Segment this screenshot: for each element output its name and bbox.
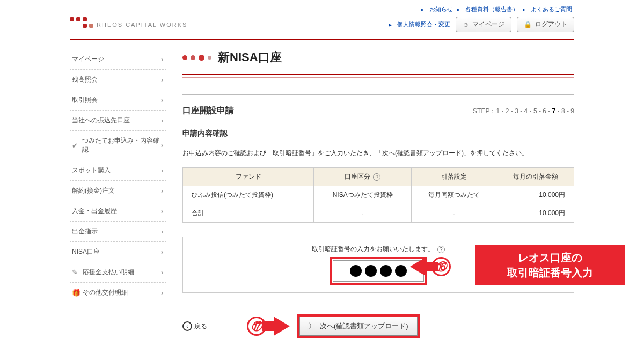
col-account-type: 口座区分 ? — [314, 168, 412, 186]
sidebar-item-nisa[interactable]: NISA口座› — [70, 242, 166, 262]
link-news[interactable]: お知らせ — [429, 5, 453, 13]
link-personal-info[interactable]: 個人情報照会・変更 — [397, 20, 450, 28]
divider — [70, 39, 574, 40]
pin-dot — [395, 265, 407, 277]
logout-button[interactable]: 🔒 ログアウト — [517, 17, 574, 32]
chevron-right-icon: › — [161, 187, 163, 195]
table-row-total: 合計 - - 10,000円 — [183, 204, 574, 223]
title-decor-icon — [182, 55, 211, 61]
chevron-right-icon: › — [161, 208, 163, 215]
chevron-right-icon: › — [161, 269, 163, 276]
chevron-right-icon: › — [161, 97, 163, 104]
chevron-right-icon: › — [161, 167, 163, 174]
link-faq[interactable]: よくあるご質問 — [531, 5, 572, 13]
divider — [182, 141, 574, 141]
mypage-button-label: マイページ — [472, 20, 504, 29]
chevron-right-icon: › — [161, 228, 163, 236]
sidebar-item-redemption[interactable]: 解約(換金)注文› — [70, 181, 166, 201]
sidebar-item-withdrawal[interactable]: 出金指示› — [70, 222, 166, 242]
divider — [182, 94, 574, 95]
pin-dot — [365, 265, 377, 277]
help-icon[interactable]: ? — [437, 246, 445, 253]
sidebar-item-deposit-history[interactable]: 入金・出金履歴› — [70, 201, 166, 222]
chevron-left-icon: ‹ — [182, 321, 192, 331]
annotation-16: ⑯ — [410, 257, 451, 276]
divider — [182, 74, 574, 75]
logout-button-label: ログアウト — [535, 20, 567, 29]
chevron-right-icon: ▸ — [457, 6, 460, 12]
user-icon: ☺ — [463, 21, 469, 28]
brand-mark-icon — [70, 17, 91, 32]
back-label: 戻る — [194, 322, 207, 331]
top-links: ▸ お知らせ ▸ 各種資料（報告書） ▸ よくあるご質問 — [70, 5, 574, 13]
pin-dot — [380, 265, 392, 277]
gift-icon: 🎁 — [72, 289, 79, 297]
instruction-text: お申込み内容のご確認および「取引暗証番号」をご入力いただき、「次へ(確認書類アッ… — [182, 149, 574, 158]
lock-icon: 🔒 — [524, 21, 532, 28]
arrow-left-icon — [410, 257, 426, 276]
chevron-right-icon: › — [161, 142, 163, 149]
sidebar: マイページ› 残高照会› 取引照会› 当社への振込先口座› ✔つみたてお申込み・… — [70, 49, 166, 338]
sidebar-item-mypage[interactable]: マイページ› — [70, 49, 166, 70]
chevron-right-icon: 〉 — [309, 321, 316, 331]
annotation-highlight: 〉 次へ(確認書類アップロード) — [297, 314, 420, 338]
help-icon[interactable]: ? — [373, 173, 380, 181]
next-button[interactable]: 〉 次へ(確認書類アップロード) — [299, 317, 418, 336]
next-button-label: 次へ(確認書類アップロード) — [320, 321, 408, 331]
chevron-right-icon: › — [161, 117, 163, 124]
col-debit-setting: 引落設定 — [411, 168, 497, 186]
pencil-icon: ✎ — [72, 268, 79, 276]
chevron-right-icon: › — [161, 76, 163, 84]
chevron-right-icon: ▸ — [523, 6, 525, 12]
check-icon: ✔ — [72, 142, 79, 150]
chevron-right-icon: › — [161, 248, 163, 256]
pin-dot — [350, 265, 362, 277]
step-indicator: STEP：1 - 2 - 3 - 4 - 5 - 6 - 7 - 8 - 9 — [473, 107, 574, 116]
sidebar-item-other-statements[interactable]: 🎁その他交付明細› — [70, 283, 166, 303]
section-title: 口座開設申請 — [182, 105, 234, 116]
chevron-right-icon: ▸ — [421, 6, 424, 12]
brand-name: RHEOS CAPITAL WORKS — [97, 21, 187, 28]
annotation-17: ⑰ — [247, 317, 290, 336]
sidebar-item-balance[interactable]: 残高照会› — [70, 70, 166, 90]
sidebar-item-spot[interactable]: スポット購入› — [70, 160, 166, 181]
main-content: 新NISA口座 口座開設申請 STEP：1 - 2 - 3 - 4 - 5 - … — [182, 49, 574, 338]
chevron-right-icon: ▸ — [389, 21, 392, 28]
brand-logo: RHEOS CAPITAL WORKS — [70, 17, 187, 32]
sidebar-item-transactions[interactable]: 取引照会› — [70, 90, 166, 111]
chevron-right-icon: › — [161, 56, 163, 63]
col-monthly-amount: 毎月の引落金額 — [497, 168, 574, 186]
header: RHEOS CAPITAL WORKS ▸ 個人情報照会・変更 ☺ マイページ … — [70, 17, 574, 32]
col-fund: ファンド — [183, 168, 314, 186]
annotation-note: レオス口座の 取引暗証番号入力 — [475, 245, 625, 285]
application-table: ファンド 口座区分 ? 引落設定 毎月の引落金額 ひふみ投信(つみたて投資枠) … — [182, 167, 574, 223]
back-button[interactable]: ‹ 戻る — [182, 321, 207, 331]
sidebar-item-transfer-account[interactable]: 当社への振込先口座› — [70, 111, 166, 131]
subsection-title: 申請内容確認 — [182, 129, 574, 138]
divider — [182, 119, 574, 119]
link-documents[interactable]: 各種資料（報告書） — [465, 5, 518, 13]
arrow-right-icon — [274, 317, 290, 336]
table-row: ひふみ投信(つみたて投資枠) NISAつみたて投資枠 毎月同額つみたて 10,0… — [183, 186, 574, 204]
page-title: 新NISA口座 — [218, 49, 282, 65]
divider — [182, 77, 574, 78]
sidebar-item-tsumitate[interactable]: ✔つみたてお申込み・内容確認› — [70, 131, 166, 160]
sidebar-item-support-payments[interactable]: ✎応援金支払い明細› — [70, 262, 166, 283]
chevron-right-icon: › — [161, 289, 163, 297]
mypage-button[interactable]: ☺ マイページ — [456, 17, 511, 32]
